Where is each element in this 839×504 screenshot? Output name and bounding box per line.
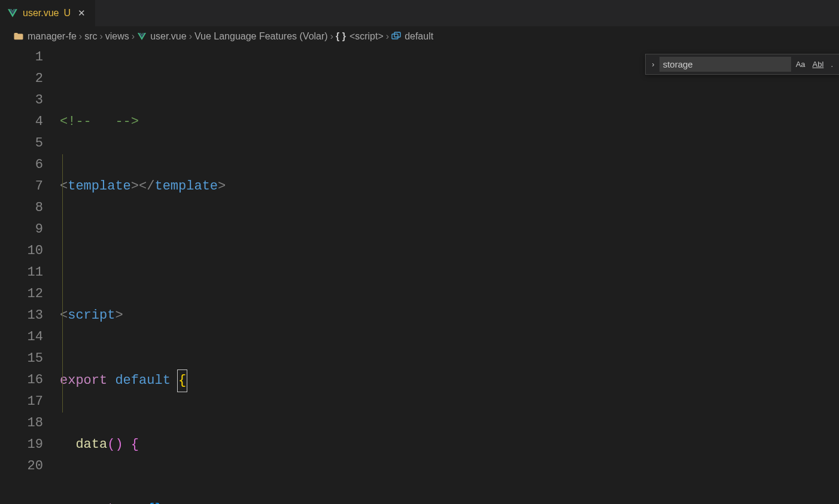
svg-rect-1 [394,32,400,37]
line-number: 17 [0,391,43,413]
breadcrumb-src-label: src [84,31,97,42]
t: return [92,502,139,504]
indent-guide [62,154,63,413]
breadcrumb-default[interactable]: default [391,31,433,42]
t: < [60,179,68,194]
breadcrumb: manager-fe › src › views › user.vue › Vu… [0,26,839,47]
breadcrumb-file[interactable]: user.vue [137,31,186,42]
line-number: 6 [0,154,43,176]
chevron-right-icon: › [189,31,192,42]
line-number: 19 [0,434,43,456]
svg-rect-0 [392,34,398,39]
t: { [178,373,186,388]
breadcrumb-volar[interactable]: Vue Language Features (Volar) [194,31,328,42]
breadcrumb-views-label: views [105,31,129,42]
breadcrumb-root[interactable]: manager-fe [13,31,77,42]
chevron-right-icon: › [386,31,389,42]
line-number: 14 [0,326,43,348]
line-number: 11 [0,262,43,283]
line-number: 16 [0,369,43,391]
t: template [68,179,131,194]
breadcrumb-root-label: manager-fe [28,31,77,42]
tab-bar: user.vue U ✕ [0,0,839,26]
t: > [131,179,139,194]
tab-modified-marker: U [63,8,71,19]
editor-tab[interactable]: user.vue U ✕ [0,0,95,26]
line-number: 1 [0,47,43,68]
breadcrumb-script[interactable]: { } <script> [336,31,384,42]
line-number: 7 [0,176,43,197]
line-number: 13 [0,305,43,326]
vue-icon [137,32,147,41]
line-number-gutter: 1234567891011121314151617181920 [0,47,60,504]
line-number: 12 [0,283,43,305]
t: script [68,308,115,323]
chevron-right-icon: › [79,31,82,42]
line-number: 10 [0,240,43,262]
t: </ [139,179,154,194]
line-number: 15 [0,348,43,369]
line-number: 18 [0,413,43,434]
vue-icon [7,8,18,19]
t: default [115,373,170,388]
t: { [147,502,154,504]
editor[interactable]: 1234567891011121314151617181920 <!-- -->… [0,47,839,504]
t: --> [115,114,139,129]
t: } [154,502,162,504]
t: ) [115,437,123,452]
braces-icon: { } [336,31,346,42]
tab-bar-empty [95,0,839,26]
breadcrumb-script-label: <script> [349,31,384,42]
chevron-right-icon: › [99,31,102,42]
chevron-right-icon: › [132,31,135,42]
line-number: 9 [0,219,43,240]
breadcrumb-default-label: default [405,31,433,42]
line-number: 20 [0,456,43,477]
line-number: 4 [0,111,43,133]
code-content[interactable]: <!-- --> <template></template> <script> … [60,47,839,504]
tab-filename: user.vue [23,8,59,19]
t: ( [107,437,115,452]
breadcrumb-volar-label: Vue Language Features (Volar) [194,31,328,42]
symbol-icon [391,32,401,41]
line-number: 3 [0,90,43,111]
folder-icon [13,31,24,42]
t: <!-- [60,114,92,129]
breadcrumb-views[interactable]: views [105,31,129,42]
t: < [60,308,68,323]
chevron-right-icon: › [330,31,333,42]
breadcrumb-file-label: user.vue [150,31,186,42]
t: export [60,373,107,388]
t: > [115,308,123,323]
t: > [218,179,226,194]
line-number: 2 [0,68,43,90]
breadcrumb-src[interactable]: src [84,31,97,42]
close-icon[interactable]: ✕ [75,5,88,21]
t: data [75,437,107,452]
t: { [131,437,139,452]
line-number: 8 [0,197,43,219]
t: template [154,179,218,194]
line-number: 5 [0,133,43,154]
